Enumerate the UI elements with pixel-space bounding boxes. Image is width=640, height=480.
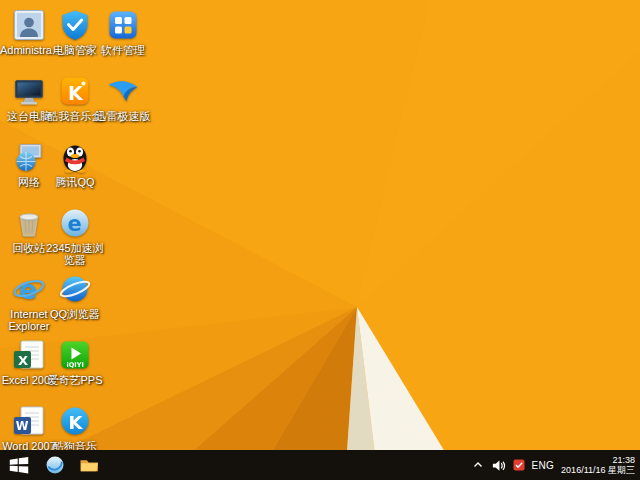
windows-desktop: Administra... 这台电脑 网络 回收站 — [0, 0, 640, 480]
icon-label: 2345加速浏览器 — [46, 242, 104, 266]
security-tray-icon[interactable] — [513, 459, 525, 471]
svg-text:e: e — [68, 212, 82, 236]
start-button[interactable] — [0, 450, 38, 480]
svg-text:e: e — [19, 274, 37, 305]
icon-label: 爱奇艺PPS — [47, 374, 102, 386]
svg-text:K: K — [68, 82, 84, 104]
computer-icon — [12, 74, 46, 108]
language-indicator[interactable]: ENG — [532, 460, 555, 471]
thunder-bird-icon — [106, 74, 140, 108]
svg-text:iQIYI: iQIYI — [67, 361, 84, 369]
desktop-icon-thunder-speed[interactable]: 迅雷极速版 — [94, 74, 152, 122]
desktop-icon-qq-browser[interactable]: QQ浏览器 — [46, 272, 104, 320]
taskbar: ENG 21:38 2016/11/16 星期三 — [0, 450, 640, 480]
volume-icon[interactable] — [491, 458, 506, 473]
desktop-icon-software-manager[interactable]: 软件管理 — [94, 8, 152, 56]
icon-label: 软件管理 — [101, 44, 145, 56]
recycle-bin-icon — [12, 206, 46, 240]
taskbar-clock[interactable]: 21:38 2016/11/16 星期三 — [561, 455, 637, 476]
svg-text:K: K — [69, 412, 84, 433]
icon-label: 腾讯QQ — [55, 176, 94, 188]
shield-icon — [58, 8, 92, 42]
software-manager-icon — [106, 8, 140, 42]
icon-label: 电脑管家 — [53, 44, 97, 56]
kugou-music-icon: K — [58, 404, 92, 438]
kuwo-music-icon: K — [58, 74, 92, 108]
icon-label: 迅雷极速版 — [96, 110, 151, 122]
icon-label: 这台电脑 — [7, 110, 51, 122]
excel-icon: X — [12, 338, 46, 372]
svg-text:W: W — [16, 419, 29, 433]
qq-browser-icon — [58, 272, 92, 306]
desktop-icon-iqiyi-pps[interactable]: iQIYI 爱奇艺PPS — [46, 338, 104, 386]
svg-text:X: X — [18, 353, 28, 368]
windows-logo-icon — [7, 453, 31, 477]
taskbar-pinned-browser[interactable] — [38, 450, 72, 480]
ie-icon: e — [12, 272, 46, 306]
clock-date: 2016/11/16 星期三 — [561, 465, 635, 476]
taskbar-pinned-file-explorer[interactable] — [72, 450, 106, 480]
desktop-icon-kugou-music[interactable]: K 酷狗音乐 — [46, 404, 104, 452]
desktop-icon-tencent-qq[interactable]: 腾讯QQ — [46, 140, 104, 188]
user-account-icon — [12, 8, 46, 42]
desktop-icon-2345-browser[interactable]: e 2345加速浏览器 — [46, 206, 104, 266]
hidden-icons-chevron-icon[interactable] — [472, 459, 484, 471]
icon-label: QQ浏览器 — [50, 308, 100, 320]
file-explorer-folder-icon — [78, 454, 100, 476]
iqiyi-pps-icon: iQIYI — [58, 338, 92, 372]
browser-icon — [44, 454, 66, 476]
system-tray: ENG 21:38 2016/11/16 星期三 — [472, 450, 637, 480]
qq-penguin-icon — [58, 140, 92, 174]
2345-browser-icon: e — [58, 206, 92, 240]
icon-label: 网络 — [18, 176, 40, 188]
icon-label: 回收站 — [13, 242, 46, 254]
network-icon — [12, 140, 46, 174]
clock-time: 21:38 — [612, 455, 635, 466]
word-icon: W — [12, 404, 46, 438]
